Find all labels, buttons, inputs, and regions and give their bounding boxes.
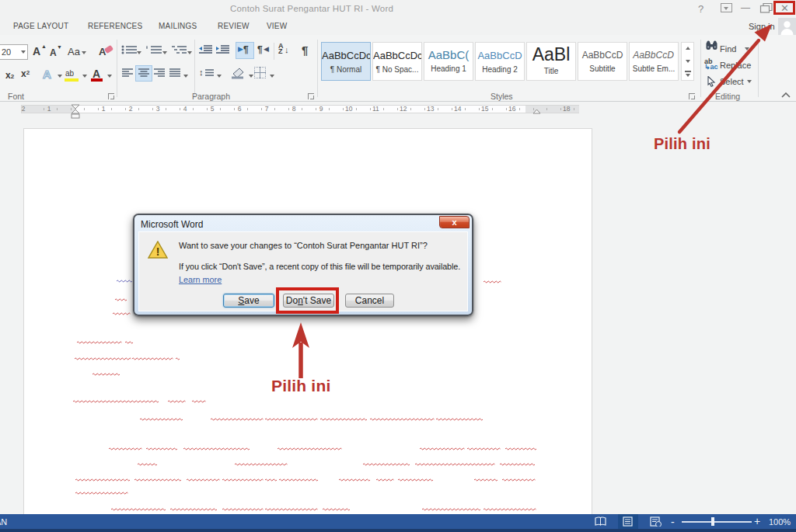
svg-text:!: ! bbox=[156, 245, 160, 258]
